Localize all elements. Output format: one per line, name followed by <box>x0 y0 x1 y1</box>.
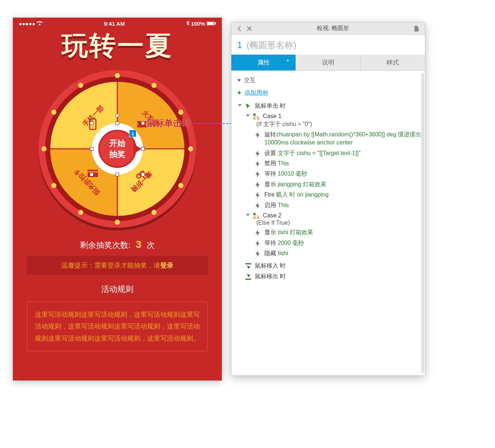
section-interactions[interactable]: 交互 <box>236 74 423 87</box>
remaining-count: 剩余抽奖次数: 3 次 <box>13 239 222 251</box>
tab-properties[interactable]: 属性* <box>231 55 296 70</box>
signal-icon: ●●●●● <box>19 21 35 27</box>
widget-name-row: 1 (椭圆形名称) <box>231 35 425 55</box>
action-rotate[interactable]: 旋转zhuanpan by [[Math.random()*360+3600]]… <box>238 129 423 148</box>
svg-point-4 <box>92 127 93 128</box>
battery-icon <box>206 21 216 27</box>
page-title: 玩转一夏 <box>13 28 222 63</box>
widget-name[interactable]: (椭圆形名称) <box>246 39 296 51</box>
action-disable[interactable]: 禁用 This <box>238 158 423 169</box>
cursor-out-icon <box>245 273 252 280</box>
svg-rect-9 <box>257 118 259 120</box>
bluetooth-icon <box>186 21 190 27</box>
add-case-label: 添加用例 <box>245 89 268 97</box>
collapse-icon[interactable] <box>236 25 243 32</box>
cursor-click-icon <box>245 103 252 110</box>
spin-button-line1: 开始 <box>109 138 125 149</box>
event-label: 鼠标单击 时 <box>255 102 423 110</box>
footnote-badge: 1 <box>129 130 136 137</box>
action-wait-2000[interactable]: 等待 2000 毫秒 <box>238 238 423 248</box>
lightning-icon <box>254 240 261 247</box>
remaining-prefix: 剩余抽奖次数: <box>80 240 131 250</box>
plus-icon: + <box>237 89 242 97</box>
scrollbar[interactable] <box>421 73 424 373</box>
action-wait-10010[interactable]: 等待 10010 毫秒 <box>238 169 423 179</box>
rules-body: 这里写活动规则这里写活动规则，这里写活动规则这里写活动规则，这里写活动规则这里写… <box>27 301 208 352</box>
phone-mockup: ●●●●● 9:41 AM 100% 玩转一夏 <box>13 18 222 381</box>
widget-index: 1 <box>237 40 242 50</box>
action-enable[interactable]: 启用 This <box>238 200 423 210</box>
chevron-down-icon <box>238 104 242 107</box>
event-mouseenter[interactable]: 鼠标移入 时 <box>238 261 423 271</box>
event-label: 鼠标移入 时 <box>255 262 423 270</box>
phone-icon <box>87 118 99 131</box>
lightning-icon <box>254 150 261 157</box>
add-case-link[interactable]: + 添加用例 <box>236 87 423 101</box>
callout-connector <box>194 123 236 124</box>
callout-label: 鼠标单击时 <box>147 117 191 129</box>
action-hide-tishi[interactable]: 隐藏 tishi <box>238 248 423 258</box>
chevron-down-icon <box>246 114 250 117</box>
action-settext[interactable]: 设置 文字于 cishu = "[[Target.text-1]]" <box>238 148 423 158</box>
svg-rect-8 <box>253 118 256 120</box>
case-name: Case 2 <box>263 212 423 220</box>
panel-tabs: 属性* 说明 样式 <box>231 55 425 71</box>
action-fire[interactable]: Fire 载入 时 on jiangping <box>238 190 423 200</box>
spin-arrow-icon <box>133 144 142 154</box>
lightning-icon <box>254 170 261 178</box>
action-show-tishi[interactable]: 显示 tishi 灯箱效果 <box>238 227 423 238</box>
status-time: 9:41 AM <box>104 21 125 27</box>
flow-icon <box>253 113 260 120</box>
tab-notes[interactable]: 说明 <box>296 55 360 70</box>
inspector-panel: 检视: 椭圆形 1 (椭圆形名称) 属性* 说明 样式 交互 + 添加用例 鼠标… <box>231 22 425 376</box>
login-link[interactable]: 登录 <box>160 262 173 269</box>
event-onclick[interactable]: 鼠标单击 时 <box>238 101 423 111</box>
lightning-icon <box>254 191 261 199</box>
tab-style[interactable]: 样式 <box>361 55 425 70</box>
lightning-icon <box>254 229 261 236</box>
spin-button[interactable]: 开始 抽奖 1 <box>98 130 136 168</box>
svg-rect-1 <box>207 22 214 25</box>
wifi-icon <box>37 21 43 27</box>
spin-button-line2: 抽奖 <box>109 149 125 160</box>
case-condition: (Else If True) <box>246 220 423 226</box>
lightning-icon <box>254 181 261 188</box>
close-icon[interactable] <box>246 25 253 32</box>
section-label: 交互 <box>244 77 256 84</box>
interaction-tree: 鼠标单击 时 Case 1 (If 文字于 cishu > "0") 旋转zhu… <box>236 101 423 282</box>
chevron-down-icon <box>246 214 250 216</box>
event-label: 鼠标移出 时 <box>255 272 423 280</box>
svg-rect-7 <box>253 114 256 115</box>
tip-text: 温馨提示：需要登录才能抽奖，请 <box>61 262 160 269</box>
bike-icon <box>136 167 148 180</box>
cursor-in-icon <box>245 262 252 270</box>
lightning-icon <box>254 202 261 209</box>
lightning-icon <box>254 160 261 168</box>
panel-titlebar[interactable]: 检视: 椭圆形 <box>231 22 425 35</box>
status-bar: ●●●●● 9:41 AM 100% <box>13 18 222 28</box>
lightning-icon <box>254 250 261 257</box>
remaining-suffix: 次 <box>147 240 155 250</box>
case-condition: (If 文字于 cishu > "0") <box>246 121 423 128</box>
svg-rect-11 <box>253 217 256 219</box>
chevron-down-icon <box>237 79 241 82</box>
svg-rect-12 <box>257 217 259 219</box>
document-icon[interactable] <box>413 25 420 32</box>
panel-body: 交互 + 添加用例 鼠标单击 时 Case 1 (If 文字于 cishu > … <box>231 71 425 375</box>
rules-title: 活动规则 <box>13 284 222 295</box>
lightning-icon <box>254 131 261 139</box>
prize-wheel: 手机一部 火车票 阳光折扣卡 摩一折骑 开始 抽奖 1 <box>38 70 196 228</box>
remaining-number: 3 <box>133 239 144 250</box>
login-tip: 温馨提示：需要登录才能抽奖，请登录 <box>27 256 208 275</box>
case-name: Case 1 <box>263 112 423 120</box>
svg-rect-2 <box>215 22 216 25</box>
panel-title: 检视: 椭圆形 <box>317 25 349 32</box>
case-2[interactable]: Case 2 (Else If True) <box>238 210 423 227</box>
action-show-jiangping[interactable]: 显示 jiangping 灯箱效果 <box>238 179 423 190</box>
case-1[interactable]: Case 1 (If 文字于 cishu > "0") <box>238 111 423 129</box>
event-mouseleave[interactable]: 鼠标移出 时 <box>238 271 423 282</box>
svg-rect-10 <box>253 213 256 215</box>
card-icon <box>87 167 99 180</box>
flow-icon <box>253 212 260 220</box>
battery-pct: 100% <box>191 21 205 27</box>
